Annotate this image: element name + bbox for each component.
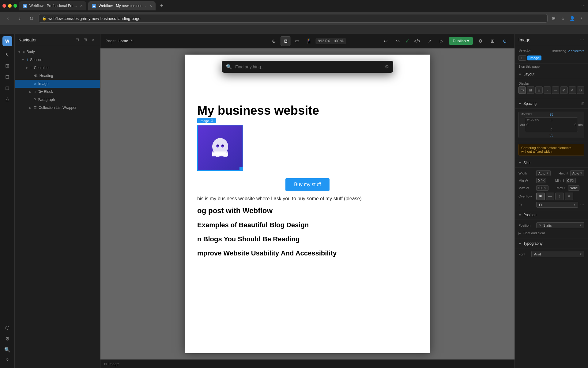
tree-item-divblock[interactable]: ▶ □ Div Block — [15, 88, 100, 96]
layout-section-header[interactable]: ▼ Layout — [515, 70, 588, 79]
nav-icon-logic[interactable]: △ — [2, 94, 12, 104]
margin-bottom-value[interactable]: 33 — [549, 133, 553, 137]
spacing-section-header[interactable]: ▼ Spacing ⊞ — [515, 99, 588, 109]
image-settings-icon[interactable]: ⚙ — [210, 119, 213, 123]
browser-settings-icon[interactable]: ⋮ — [578, 15, 584, 21]
close-button[interactable] — [2, 4, 6, 8]
reload-button[interactable]: ↻ — [27, 14, 36, 23]
min-w-input[interactable]: 0 PX — [536, 178, 546, 183]
display-none[interactable]: ⊘ — [560, 86, 567, 94]
style-panel-icon[interactable]: ⊙ — [500, 36, 510, 46]
max-w-input[interactable]: 100 % — [536, 185, 548, 191]
overflow-visible-btn[interactable]: 👁 — [536, 193, 545, 200]
fit-more-icon[interactable]: ⋯ — [580, 202, 584, 207]
image-container[interactable]: Image ⚙ — [197, 125, 243, 171]
nav-icon-search[interactable]: 🔍 — [2, 345, 12, 355]
preview-btn[interactable]: ▷ — [437, 36, 447, 46]
overflow-scroll-btn[interactable]: ↕ — [555, 193, 564, 200]
undo-btn[interactable]: ↩ — [381, 36, 390, 46]
tree-item-body[interactable]: ▼ ≡ Body — [15, 48, 100, 56]
display-block[interactable]: ▭ — [518, 86, 526, 94]
search-input[interactable] — [235, 64, 382, 69]
padding-left-value[interactable]: 0 — [526, 123, 528, 127]
width-input[interactable]: Auto ▾ — [536, 170, 551, 176]
viewport-mobile-btn[interactable]: 📱 — [304, 36, 314, 46]
viewport-tablet-btn[interactable]: ▭ — [292, 36, 302, 46]
fit-select[interactable]: Fill ▾ — [536, 202, 578, 208]
tab-close-2[interactable]: × — [149, 3, 152, 8]
breadcrumb-item-image[interactable]: Image — [108, 362, 119, 366]
padding-box[interactable]: PADDING 0 0 0 0 — [525, 117, 578, 132]
add-element-btn[interactable]: ⊕ — [269, 36, 279, 46]
spacing-expand-icon[interactable]: ⊞ — [581, 102, 584, 106]
panel-split-icon[interactable]: ⊟ — [74, 36, 81, 43]
tab-close-1[interactable]: × — [80, 3, 83, 8]
font-select[interactable]: Arial ▾ — [531, 251, 584, 257]
browser-tab-2[interactable]: W Webflow - My new business la... × — [88, 1, 156, 10]
tree-toggle-container[interactable]: ▼ — [24, 66, 29, 70]
overflow-hidden-btn[interactable]: — — [546, 193, 554, 200]
tree-toggle-divblock[interactable]: ▶ — [28, 90, 32, 94]
image-element[interactable] — [197, 125, 243, 171]
page-refresh-icon[interactable]: ↻ — [130, 39, 134, 44]
publish-button[interactable]: Publish ▾ — [449, 37, 473, 45]
panels-icon[interactable]: ⊞ — [488, 36, 497, 46]
padding-bottom-value[interactable]: 0 — [550, 128, 552, 132]
display-grid[interactable]: ⊟ — [535, 86, 543, 94]
buy-button[interactable]: Buy my stuff — [285, 178, 330, 191]
share-btn[interactable]: ↗ — [424, 36, 434, 46]
display-inline-block[interactable]: ▫ — [544, 86, 551, 94]
minimize-button[interactable] — [8, 4, 12, 8]
maximize-button[interactable] — [13, 4, 17, 8]
image-resize-handle[interactable] — [239, 167, 243, 170]
display-flex[interactable]: ⊞ — [527, 86, 534, 94]
nav-icon-cursor[interactable]: ↖ — [2, 50, 12, 59]
typography-section-header[interactable]: ▼ Typography — [515, 239, 588, 248]
position-select[interactable]: ✕ Static ▾ — [536, 222, 584, 228]
new-tab-button[interactable]: + — [157, 1, 166, 10]
forward-button[interactable]: › — [15, 14, 24, 23]
nav-icon-pages[interactable]: ⊞ — [2, 61, 12, 71]
code-btn[interactable]: </> — [412, 36, 422, 46]
tree-toggle-collection[interactable]: ▶ — [28, 105, 32, 110]
address-bar[interactable]: 🔒 webflow.com/design/my-new-business-lan… — [39, 14, 548, 23]
selector-tag-image[interactable]: Image — [527, 56, 542, 60]
browser-menu-button[interactable]: ⋯ — [581, 3, 586, 8]
search-settings-icon[interactable]: ⚙ — [385, 64, 389, 70]
tree-item-image[interactable]: ▶ ⊠ Image — [15, 80, 100, 88]
nav-icon-assets[interactable]: ◻ — [2, 83, 12, 93]
selector-tag-block[interactable]: □ — [518, 55, 526, 61]
nav-icon-help[interactable]: ? — [2, 356, 12, 366]
size-section-header[interactable]: ▼ Size — [515, 158, 588, 168]
float-clear-row[interactable]: ▶ Float and clear — [518, 230, 584, 236]
tree-toggle-section[interactable]: ▼ — [21, 58, 25, 62]
panel-expand-icon[interactable]: ⊞ — [82, 36, 89, 43]
margin-box[interactable]: MARGIN 25 Auto Auto 33 PADDING 0 0 0 0 — [518, 112, 584, 138]
redo-btn[interactable]: ↪ — [393, 36, 403, 46]
viewport-desktop-btn[interactable]: 🖥 — [281, 36, 290, 46]
tree-item-collection[interactable]: ▶ ☰ Collection List Wrapper — [15, 104, 100, 112]
right-panel-menu-icon[interactable]: ⋯ — [579, 37, 584, 43]
browser-tab-1[interactable]: W Webflow › Professional Freelan... × — [19, 1, 86, 10]
display-more[interactable]: B — [577, 86, 584, 94]
max-h-input[interactable]: None — [568, 185, 579, 191]
height-input[interactable]: Auto ▾ — [570, 170, 585, 176]
tree-item-paragraph[interactable]: ▶ P Paragraph — [15, 96, 100, 104]
extensions-icon[interactable]: ⊞ — [551, 15, 557, 21]
panel-close-icon[interactable]: × — [90, 36, 96, 43]
display-align[interactable]: A — [569, 86, 576, 94]
tree-item-section[interactable]: ▼ § Section — [15, 56, 100, 64]
tree-item-container[interactable]: ▼ □ Container — [15, 64, 100, 72]
position-section-header[interactable]: ▼ Position — [515, 210, 588, 220]
profile-icon[interactable]: 👤 — [569, 15, 575, 21]
min-h-input[interactable]: 0 PX — [566, 178, 575, 183]
nav-icon-cms[interactable]: ⊟ — [2, 72, 12, 82]
tree-toggle-body[interactable]: ▼ — [17, 50, 21, 54]
bookmark-icon[interactable]: ☆ — [560, 15, 566, 21]
settings-gear-icon[interactable]: ⚙ — [475, 36, 485, 46]
padding-right-value[interactable]: 0 — [575, 123, 576, 127]
nav-icon-integrations[interactable]: ⬡ — [2, 323, 12, 332]
selector-inheriting-link[interactable]: 2 selectors — [568, 49, 584, 53]
back-button[interactable]: ‹ — [4, 14, 12, 23]
tree-item-heading[interactable]: ▶ H1 Heading — [15, 72, 100, 80]
